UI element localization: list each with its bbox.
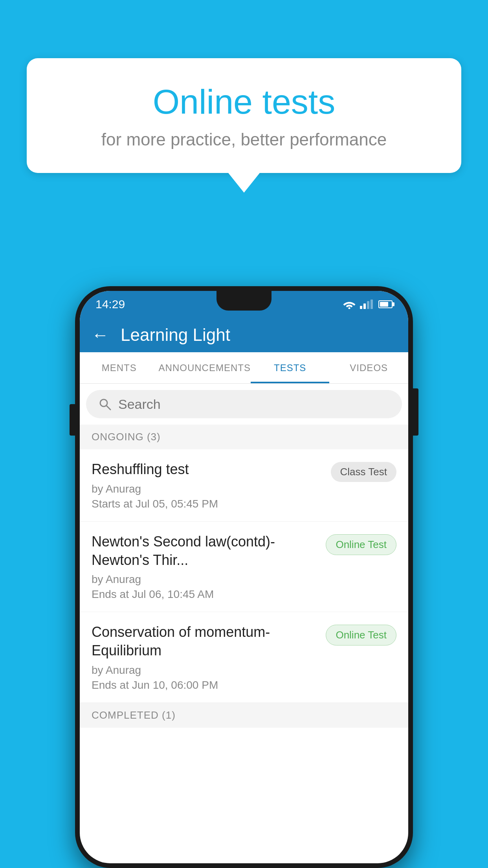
- battery-icon: [378, 300, 393, 308]
- search-input[interactable]: [118, 397, 390, 412]
- test-item-1[interactable]: Reshuffling test by Anurag Starts at Jul…: [80, 449, 408, 522]
- phone-screen: 14:29: [80, 291, 408, 863]
- test-date-3: Ends at Jun 10, 06:00 PM: [92, 679, 318, 691]
- test-by-1: by Anurag: [92, 483, 323, 495]
- ongoing-section-header: ONGOING (3): [80, 425, 408, 449]
- promo-banner: Online tests for more practice, better p…: [27, 58, 461, 193]
- phone-frame: 14:29: [75, 286, 413, 868]
- speech-bubble-tail: [228, 173, 260, 193]
- status-bar: 14:29: [80, 291, 408, 318]
- test-badge-2: Online Test: [326, 534, 396, 555]
- promo-subtitle: for more practice, better performance: [58, 130, 430, 149]
- test-by-2: by Anurag: [92, 573, 318, 586]
- test-badge-1: Class Test: [331, 462, 396, 482]
- test-badge-3: Online Test: [326, 625, 396, 645]
- test-by-3: by Anurag: [92, 664, 318, 677]
- tab-videos[interactable]: VIDEOS: [329, 352, 408, 383]
- svg-point-0: [349, 307, 350, 309]
- back-button[interactable]: ←: [92, 325, 109, 345]
- test-item-3[interactable]: Conservation of momentum-Equilibrium by …: [80, 612, 408, 703]
- test-title-3: Conservation of momentum-Equilibrium: [92, 623, 318, 660]
- test-item-2[interactable]: Newton's Second law(contd)-Newton's Thir…: [80, 522, 408, 612]
- promo-title: Online tests: [58, 82, 430, 122]
- test-info-2: Newton's Second law(contd)-Newton's Thir…: [92, 533, 318, 601]
- tab-announcements[interactable]: ANNOUNCEMENTS: [159, 352, 251, 383]
- status-icons: [343, 300, 393, 309]
- test-info-1: Reshuffling test by Anurag Starts at Jul…: [92, 460, 323, 510]
- signal-icon: [360, 300, 373, 309]
- speech-bubble: Online tests for more practice, better p…: [27, 58, 461, 173]
- test-title-2: Newton's Second law(contd)-Newton's Thir…: [92, 533, 318, 570]
- status-time: 14:29: [95, 298, 125, 311]
- phone-wrapper: 14:29: [75, 286, 413, 868]
- completed-section-header: COMPLETED (1): [80, 703, 408, 728]
- notch: [216, 291, 272, 311]
- tab-bar: MENTS ANNOUNCEMENTS TESTS VIDEOS: [80, 352, 408, 384]
- search-icon: [98, 397, 112, 411]
- svg-line-2: [106, 406, 110, 410]
- wifi-icon: [343, 300, 356, 309]
- test-info-3: Conservation of momentum-Equilibrium by …: [92, 623, 318, 691]
- test-date-1: Starts at Jul 05, 05:45 PM: [92, 498, 323, 510]
- tab-tests[interactable]: TESTS: [251, 352, 330, 383]
- tab-ments[interactable]: MENTS: [80, 352, 159, 383]
- app-title: Learning Light: [121, 325, 230, 345]
- app-header: ← Learning Light: [80, 318, 408, 352]
- test-date-2: Ends at Jul 06, 10:45 AM: [92, 588, 318, 601]
- search-bar[interactable]: [86, 390, 402, 418]
- test-title-1: Reshuffling test: [92, 460, 323, 479]
